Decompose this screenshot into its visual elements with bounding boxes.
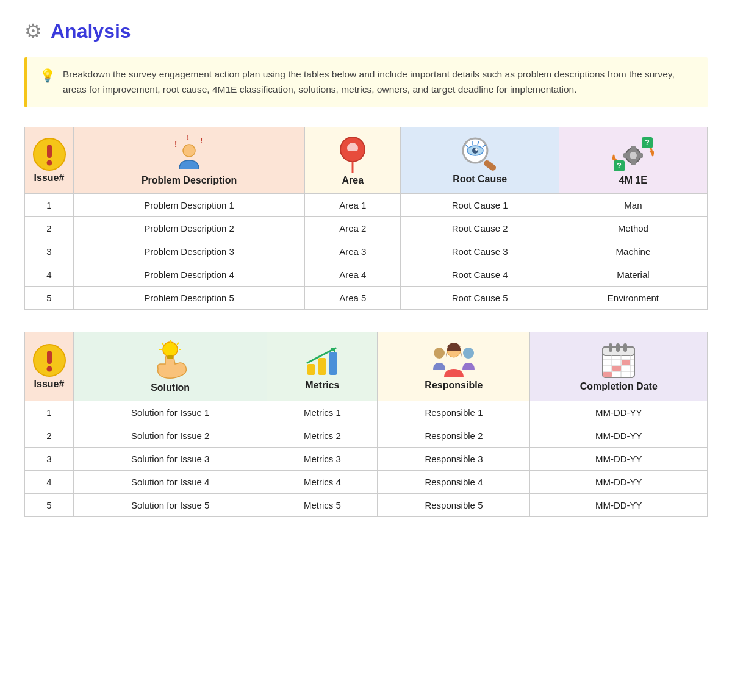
t1-4m1e-cell: Environment: [559, 286, 707, 309]
svg-point-2: [46, 160, 52, 165]
t1-col4-header: Root Cause: [401, 127, 559, 193]
person-exclamation-icon: ! ! !: [170, 135, 209, 174]
t1-issue-cell: 1: [25, 193, 74, 216]
svg-point-15: [475, 148, 478, 151]
t1-issue-cell: 4: [25, 263, 74, 286]
t2-solution-cell: Solution for Issue 2: [74, 424, 267, 447]
page-title: Analysis: [51, 20, 131, 43]
lightbulb-icon: [152, 340, 188, 381]
t2-responsible-cell: Responsible 2: [378, 424, 530, 447]
t2-metrics-cell: Metrics 5: [267, 493, 378, 516]
svg-marker-26: [649, 151, 654, 155]
table1: Issue# ! ! !: [24, 127, 708, 310]
page-header: ⚙ Analysis: [24, 20, 708, 43]
svg-rect-63: [612, 366, 621, 371]
t1-col1-header: Issue#: [25, 127, 74, 193]
exclamation-icon: [32, 137, 66, 171]
table1-row: 2 Problem Description 2 Area 2 Root Caus…: [25, 216, 708, 240]
info-text: Breakdown the survey engagement action p…: [63, 67, 695, 98]
table1-row: 5 Problem Description 5 Area 5 Root Caus…: [25, 286, 708, 309]
t1-problem-cell: Problem Description 1: [74, 193, 305, 216]
t2-date-cell: MM-DD-YY: [530, 424, 708, 447]
table2-row: 3 Solution for Issue 3 Metrics 3 Respons…: [25, 447, 708, 470]
t2-col5-label: Completion Date: [535, 381, 702, 397]
t1-problem-cell: Problem Description 5: [74, 286, 305, 309]
svg-point-3: [183, 145, 195, 157]
svg-point-48: [463, 348, 474, 359]
svg-text:!: !: [174, 140, 177, 149]
t1-col2-header: ! ! ! Problem Description: [74, 127, 305, 193]
t2-metrics-cell: Metrics 4: [267, 470, 378, 493]
t2-date-cell: MM-DD-YY: [530, 447, 708, 470]
t2-metrics-cell: Metrics 2: [267, 424, 378, 447]
t2-metrics-cell: Metrics 3: [267, 447, 378, 470]
t2-issue-cell: 3: [25, 447, 74, 470]
t2-col3-label: Metrics: [272, 380, 372, 396]
t2-metrics-cell: Metrics 1: [267, 401, 378, 424]
table2-section: Issue#: [24, 332, 708, 517]
t2-responsible-cell: Responsible 1: [378, 401, 530, 424]
svg-rect-62: [603, 372, 612, 377]
table2-row: 1 Solution for Issue 1 Metrics 1 Respons…: [25, 401, 708, 424]
t2-responsible-cell: Responsible 5: [378, 493, 530, 516]
t2-col4-label: Responsible: [382, 380, 525, 396]
t1-problem-cell: Problem Description 3: [74, 240, 305, 263]
table2: Issue#: [24, 332, 708, 517]
info-box: 💡 Breakdown the survey engagement action…: [24, 57, 708, 107]
t2-col2-header: Solution: [74, 332, 267, 401]
table2-row: 2 Solution for Issue 2 Metrics 2 Respons…: [25, 424, 708, 447]
t2-issue-cell: 5: [25, 493, 74, 516]
table1-section: Issue# ! ! !: [24, 127, 708, 310]
t2-col2-label: Solution: [79, 382, 262, 398]
svg-rect-42: [307, 364, 315, 375]
t1-rootcause-cell: Root Cause 2: [401, 216, 559, 240]
svg-rect-1: [47, 145, 52, 158]
svg-rect-22: [631, 146, 636, 151]
gear-question-icon: ? ?: [612, 135, 654, 174]
t1-issue-cell: 3: [25, 240, 74, 263]
svg-line-38: [177, 343, 179, 345]
table2-row: 4 Solution for Issue 4 Metrics 4 Respons…: [25, 470, 708, 493]
t1-problem-cell: Problem Description 2: [74, 216, 305, 240]
t2-col4-header: Responsible: [378, 332, 530, 401]
svg-point-21: [630, 152, 637, 159]
t1-area-cell: Area 1: [305, 193, 401, 216]
svg-rect-33: [47, 351, 52, 364]
t2-solution-cell: Solution for Issue 1: [74, 401, 267, 424]
t1-col1-label: Issue#: [30, 173, 68, 188]
table2-row: 5 Solution for Issue 5 Metrics 5 Respons…: [25, 493, 708, 516]
t1-col3-label: Area: [310, 175, 395, 191]
gear-icon: ⚙: [24, 20, 42, 43]
t1-col2-label: Problem Description: [79, 175, 300, 191]
svg-point-47: [434, 348, 445, 359]
table1-row: 1 Problem Description 1 Area 1 Root Caus…: [25, 193, 708, 216]
t1-4m1e-cell: Method: [559, 216, 707, 240]
pin-icon: [337, 135, 368, 174]
t2-solution-cell: Solution for Issue 5: [74, 493, 267, 516]
chart-icon: [304, 342, 340, 379]
svg-line-39: [162, 343, 163, 345]
t1-rootcause-cell: Root Cause 3: [401, 240, 559, 263]
group-icon: [432, 342, 476, 379]
t1-issue-cell: 5: [25, 286, 74, 309]
t1-col5-header: ? ? 4M 1E: [559, 127, 707, 193]
t1-4m1e-cell: Man: [559, 193, 707, 216]
t2-col5-header: Completion Date: [530, 332, 708, 401]
magnifier-icon: [459, 136, 501, 173]
table1-row: 3 Problem Description 3 Area 3 Root Caus…: [25, 240, 708, 263]
svg-rect-53: [616, 343, 620, 352]
t1-col3-header: Area: [305, 127, 401, 193]
exclamation2-icon: [32, 343, 66, 377]
t2-col1-header: Issue#: [25, 332, 74, 401]
t2-solution-cell: Solution for Issue 4: [74, 470, 267, 493]
t1-problem-cell: Problem Description 4: [74, 263, 305, 286]
t2-date-cell: MM-DD-YY: [530, 470, 708, 493]
t2-solution-cell: Solution for Issue 3: [74, 447, 267, 470]
svg-rect-23: [631, 160, 636, 165]
svg-rect-25: [638, 153, 643, 158]
t2-issue-cell: 1: [25, 401, 74, 424]
svg-rect-24: [623, 153, 628, 158]
svg-text:!: !: [200, 136, 203, 145]
bulb-icon: 💡: [40, 68, 56, 83]
t1-rootcause-cell: Root Cause 5: [401, 286, 559, 309]
